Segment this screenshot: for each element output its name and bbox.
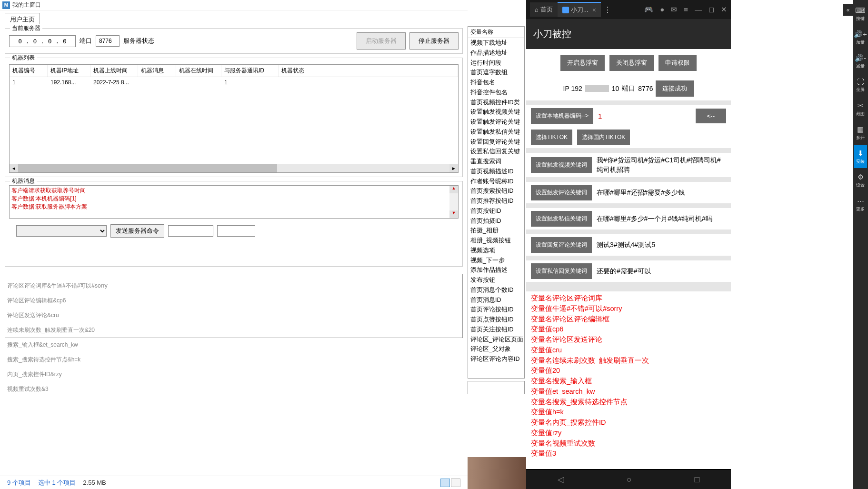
- server-ip-input[interactable]: 0 . 0 . 0 . 0: [9, 35, 76, 47]
- variable-item[interactable]: 视频选项: [468, 246, 524, 256]
- close-window-icon[interactable]: ✕: [721, 5, 727, 14]
- variable-item[interactable]: 首页遮字数组: [468, 68, 524, 78]
- nav-recent-icon[interactable]: □: [694, 475, 699, 485]
- scroll-left-arrow[interactable]: ◄: [10, 164, 18, 172]
- menu-icon[interactable]: ≡: [684, 5, 688, 14]
- set-keyword-button[interactable]: 设置触发评论关键词: [531, 185, 592, 200]
- variable-item[interactable]: 运行时间段: [468, 58, 524, 68]
- variable-item[interactable]: 相册_视频按钮: [468, 236, 524, 246]
- nav-home-icon[interactable]: ○: [627, 475, 632, 485]
- side-tool-减量[interactable]: 🔊-减量: [854, 50, 867, 73]
- view-icon-large[interactable]: [451, 479, 460, 487]
- side-tool-按键[interactable]: ⌨按键: [854, 2, 867, 25]
- command-combo[interactable]: [16, 225, 107, 237]
- variable-item[interactable]: 评论区_父对象: [468, 344, 524, 354]
- variable-item[interactable]: 首页视频描述ID: [468, 167, 524, 177]
- send-command-button[interactable]: 发送服务器命令: [110, 224, 164, 238]
- variable-item[interactable]: 抖音控件包名: [468, 88, 524, 98]
- machine-table[interactable]: 机器编号 机器IP地址 机器上线时间 机器消息 机器在线时间 与服务器通讯ID …: [9, 64, 459, 173]
- variable-item[interactable]: 首页视频控件ID类: [468, 98, 524, 108]
- set-keyword-button[interactable]: 设置触发视频关键词: [531, 157, 592, 173]
- app-body[interactable]: 开启悬浮窗 关闭悬浮窗 申请权限 IP 192 10 端口 8776 连接成功 …: [526, 49, 731, 469]
- variable-item[interactable]: 首页消息ID: [468, 295, 524, 305]
- variable-item[interactable]: 拍摄_相册: [468, 226, 524, 236]
- variable-item[interactable]: 首页关注按钮ID: [468, 325, 524, 335]
- variable-item[interactable]: 设置触发私信关键: [468, 127, 524, 137]
- machine-msg-box[interactable]: 客户端请求获取获取养号时间 客户数据:本机机器编码[1] 客户数据:获取服务器脚…: [9, 185, 459, 219]
- side-tool-icon: ⋯: [857, 197, 864, 205]
- variable-item[interactable]: 视频下载地址: [468, 38, 524, 48]
- open-float-button[interactable]: 开启悬浮窗: [560, 55, 605, 71]
- side-tool-安装[interactable]: ⬇安装: [854, 145, 867, 168]
- tab-user-home[interactable]: 用户主页: [5, 13, 40, 26]
- variable-item[interactable]: 设置触发评论关键: [468, 117, 524, 127]
- more-tabs-icon[interactable]: ⋮: [604, 5, 611, 14]
- user-icon[interactable]: ●: [660, 5, 664, 14]
- close-tab-icon[interactable]: ×: [592, 6, 596, 14]
- horizontal-scrollbar[interactable]: ◄ ►: [10, 164, 458, 172]
- variable-search-input[interactable]: [468, 381, 525, 394]
- keyword-value: 还要的#需要#可以: [597, 267, 726, 276]
- variable-item[interactable]: 视频_下一步: [468, 256, 524, 266]
- gamepad-icon[interactable]: 🎮: [644, 5, 653, 14]
- variable-item[interactable]: 评论区_评论区页面: [468, 335, 524, 345]
- variable-item[interactable]: 作者账号昵称ID: [468, 177, 524, 187]
- back-arrow-button[interactable]: <--: [696, 109, 726, 123]
- server-port-input[interactable]: [96, 35, 120, 47]
- side-tool-label: 安装: [856, 159, 865, 165]
- side-tool-设置[interactable]: ⚙设置: [854, 169, 867, 192]
- variable-item[interactable]: 设置私信回复关键: [468, 147, 524, 157]
- variable-item[interactable]: 垂直搜索词: [468, 157, 524, 167]
- mail-icon[interactable]: ✉: [671, 5, 677, 14]
- request-perm-button[interactable]: 申请权限: [658, 55, 697, 71]
- connect-status-button[interactable]: 连接成功: [656, 80, 694, 97]
- emulator-tab-app[interactable]: 小刀... ×: [558, 2, 601, 17]
- nav-back-icon[interactable]: ◁: [558, 474, 564, 485]
- app-title: 小刀被控: [533, 29, 571, 39]
- minimize-icon[interactable]: —: [695, 5, 702, 14]
- side-tool-加量[interactable]: 🔊+加量: [854, 26, 867, 49]
- tab-area: 用户主页: [0, 10, 468, 26]
- variable-item[interactable]: 首页消息个数ID: [468, 285, 524, 295]
- set-keyword-button[interactable]: 设置触发私信关键词: [531, 211, 592, 227]
- variable-item[interactable]: 首页拍摄ID: [468, 216, 524, 226]
- emulator-tab-home[interactable]: ⌂ 首页: [530, 2, 558, 17]
- cmd-input-2[interactable]: [217, 225, 255, 237]
- view-icon-details[interactable]: [440, 479, 450, 487]
- set-local-code-button[interactable]: 设置本地机器编码-->: [531, 108, 593, 124]
- variable-item[interactable]: 首页点赞按钮ID: [468, 315, 524, 325]
- variable-item[interactable]: 首页推荐按钮ID: [468, 196, 524, 206]
- variable-item[interactable]: 设置触发视频关键: [468, 107, 524, 117]
- variable-item[interactable]: 首页评论按钮ID: [468, 305, 524, 315]
- server-status-label: 服务器状态: [123, 37, 154, 45]
- variable-item[interactable]: 首页按钮ID: [468, 206, 524, 216]
- select-cn-tiktok-button[interactable]: 选择国内TIKTOK: [577, 130, 630, 145]
- collapse-sidebar-icon[interactable]: «: [843, 4, 853, 16]
- side-tool-截图[interactable]: ✂截图: [854, 98, 867, 120]
- variable-item[interactable]: 首页搜索按钮ID: [468, 186, 524, 196]
- side-tool-更多[interactable]: ⋯更多: [854, 193, 867, 216]
- variable-item[interactable]: 添加作品描述: [468, 265, 524, 275]
- variable-item[interactable]: 抖音包名: [468, 78, 524, 88]
- select-tiktok-button[interactable]: 选择TIKTOK: [531, 130, 572, 145]
- close-float-button[interactable]: 关闭悬浮窗: [609, 55, 654, 71]
- maximize-icon[interactable]: ◻: [708, 5, 714, 14]
- stop-server-button[interactable]: 停止服务器: [409, 32, 459, 50]
- th-status: 机器状态: [279, 65, 458, 77]
- set-keyword-button[interactable]: 设置回复评论关键词: [531, 237, 592, 253]
- variable-item[interactable]: 设置回复评论关键: [468, 137, 524, 147]
- side-tool-全屏[interactable]: ⛶全屏: [854, 74, 867, 97]
- vertical-scrollbar[interactable]: ▲ ▼: [449, 186, 458, 218]
- variable-item[interactable]: 评论区评论内容ID: [468, 354, 524, 364]
- variable-item[interactable]: 发布按钮: [468, 275, 524, 285]
- variable-item[interactable]: 作品描述地址: [468, 48, 524, 58]
- set-keyword-button[interactable]: 设置私信回复关键词: [531, 263, 592, 279]
- scroll-right-arrow[interactable]: ►: [449, 164, 458, 172]
- side-tool-多开[interactable]: ▦多开: [854, 121, 867, 144]
- variable-panel[interactable]: 变量名称 视频下载地址作品描述地址运行时间段首页遮字数组抖音包名抖音控件包名首页…: [468, 26, 525, 379]
- port-label: 端口: [622, 84, 635, 93]
- cmd-input-1[interactable]: [168, 225, 213, 237]
- start-server-button[interactable]: 启动服务器: [357, 32, 406, 50]
- log-box[interactable]: 评论区评论词库&牛逼#不错#可以#sorry 评论区评论编辑框&cp6 评论区发…: [5, 274, 463, 338]
- table-row[interactable]: 1 192.168... 2022-7-25 8... 1: [10, 77, 458, 88]
